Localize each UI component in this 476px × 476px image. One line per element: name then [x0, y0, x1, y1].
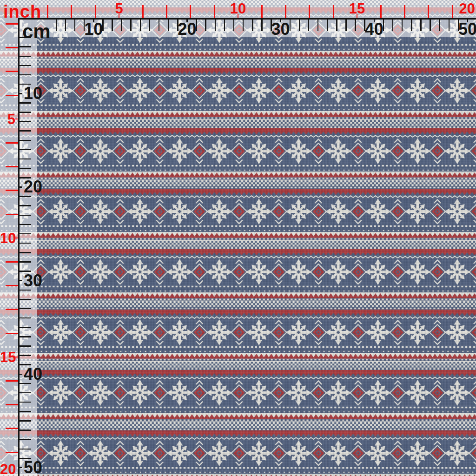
v-cm-tick: [19, 205, 31, 206]
v-inch-tick: [6, 23, 18, 25]
h-inch-tick: [404, 5, 405, 18]
h-cm-tick: [336, 19, 337, 31]
h-cm-tick: [112, 19, 113, 31]
cm-unit-label: cm: [22, 22, 51, 41]
v-cm-tick: [19, 56, 31, 57]
v-cm-tick: [19, 65, 31, 66]
v-cm-tick: [19, 420, 31, 422]
v-cm-tick: [19, 252, 31, 253]
v-cm-number: 40: [24, 366, 42, 383]
v-inch-number: 15: [0, 350, 15, 364]
h-inch-tick: [380, 5, 382, 18]
h-inch-tick: [261, 5, 263, 18]
h-inch-tick: [190, 5, 191, 18]
h-inch-tick: [452, 5, 453, 18]
v-cm-tick: [19, 261, 31, 263]
v-inch-tick: [6, 47, 18, 48]
h-inch-number: 20: [459, 1, 475, 16]
v-cm-tick: [19, 430, 31, 431]
h-cm-tick: [74, 19, 76, 31]
v-inch-number: 10: [0, 231, 15, 245]
h-cm-tick: [243, 19, 244, 31]
v-cm-number: 20: [24, 178, 42, 195]
v-inch-tick: [6, 190, 18, 191]
v-inch-tick: [6, 142, 18, 144]
fabric-ruler-screenshot: inch cm 10203040505101520102030405051015…: [0, 0, 476, 476]
v-inch-tick: [15, 119, 18, 120]
h-inch-number: 10: [230, 1, 246, 16]
v-cm-tick: [19, 112, 31, 113]
v-cm-tick: [19, 467, 22, 469]
h-cm-number: 40: [365, 21, 383, 38]
h-cm-tick: [345, 19, 347, 31]
v-inch-tick: [6, 333, 18, 334]
h-cm-tick: [308, 19, 310, 31]
v-cm-number: 10: [24, 85, 42, 102]
h-cm-number: 50: [458, 21, 476, 38]
v-cm-tick: [19, 140, 31, 141]
h-cm-tick: [233, 19, 235, 31]
v-cm-tick: [19, 336, 31, 337]
v-cm-number: 30: [24, 272, 42, 289]
h-inch-tick: [333, 5, 334, 18]
h-cm-tick: [140, 19, 141, 31]
v-cm-tick: [19, 168, 31, 169]
v-cm-tick: [19, 93, 22, 94]
h-cm-tick: [402, 19, 403, 31]
ruler-line-vertical: [18, 18, 20, 476]
h-inch-tick: [309, 5, 310, 18]
h-inch-number: 5: [115, 1, 123, 16]
h-inch-tick: [166, 5, 167, 18]
h-inch-tick: [214, 5, 215, 18]
v-cm-tick: [19, 280, 22, 281]
h-inch-tick: [428, 5, 429, 18]
v-inch-number: 5: [0, 112, 15, 126]
v-cm-tick: [19, 299, 31, 300]
h-cm-tick: [327, 19, 328, 31]
v-inch-tick: [6, 214, 18, 215]
v-cm-tick: [19, 243, 31, 244]
h-cm-tick: [420, 19, 422, 31]
h-inch-tick: [285, 5, 286, 18]
h-cm-tick: [430, 19, 431, 31]
v-cm-tick: [19, 402, 31, 403]
v-cm-tick: [19, 74, 31, 76]
v-cm-number: 50: [24, 459, 42, 476]
v-cm-tick: [19, 317, 31, 319]
v-cm-tick: [19, 439, 31, 440]
h-cm-number: 20: [178, 21, 196, 38]
v-cm-tick: [19, 327, 31, 328]
v-cm-tick: [19, 46, 31, 47]
v-cm-tick: [19, 186, 22, 188]
v-cm-tick: [19, 233, 31, 235]
inch-unit-label: inch: [3, 3, 41, 20]
h-inch-number: 15: [349, 1, 365, 16]
v-inch-tick: [6, 404, 18, 405]
fabric-pattern-image: [0, 0, 476, 476]
h-cm-tick: [439, 19, 440, 31]
v-cm-tick: [19, 345, 31, 347]
h-cm-tick: [252, 19, 253, 31]
h-cm-tick: [121, 19, 122, 31]
v-cm-tick: [19, 215, 31, 216]
v-inch-tick: [6, 380, 18, 382]
h-cm-tick: [56, 19, 57, 31]
h-inch-tick: [95, 5, 96, 18]
h-cm-tick: [224, 19, 225, 31]
v-cm-tick: [19, 411, 31, 412]
v-inch-tick: [6, 452, 18, 453]
v-cm-tick: [19, 130, 31, 132]
v-cm-tick: [19, 121, 31, 122]
h-inch-tick: [142, 5, 144, 18]
v-inch-tick: [6, 95, 18, 96]
h-cm-tick: [215, 19, 216, 31]
h-cm-tick: [317, 19, 319, 31]
v-cm-tick: [19, 449, 31, 450]
h-inch-tick: [71, 5, 72, 18]
h-cm-tick: [168, 19, 169, 31]
h-cm-tick: [449, 19, 450, 31]
v-inch-number: 20: [0, 462, 15, 476]
v-inch-tick: [6, 309, 18, 310]
h-cm-tick: [411, 19, 412, 31]
h-cm-tick: [149, 19, 151, 31]
